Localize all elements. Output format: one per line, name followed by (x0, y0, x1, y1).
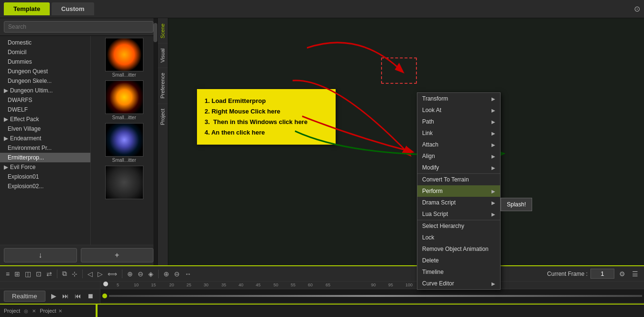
ctx-item-align[interactable]: Align▶ (417, 150, 500, 162)
arrow-right-icon: ▶ (491, 119, 495, 125)
project-tab-main[interactable]: Project ◎ ✕ (4, 308, 36, 314)
arrow-right-icon: ▶ (491, 165, 495, 170)
ruler-mark: 60 (308, 283, 313, 287)
toolbar-btn[interactable]: ◈ (146, 269, 155, 279)
ctx-item-lookat[interactable]: Look At▶ (417, 104, 500, 116)
prev-frame-button[interactable]: ⏮ (73, 291, 83, 301)
playhead[interactable] (103, 282, 108, 286)
ctx-item-path[interactable]: Path▶ (417, 116, 500, 127)
track-marker (102, 294, 107, 298)
side-tab-visual[interactable]: Visual (158, 43, 168, 68)
ctx-item-curve-editor[interactable]: Curve Editor▶ (417, 278, 500, 289)
list-item[interactable]: Domicil (0, 47, 90, 57)
list-item[interactable]: DWARFS (0, 95, 90, 105)
list-item-endearment[interactable]: ▶Endearment (0, 134, 90, 143)
ruler-mark: 45 (256, 283, 261, 287)
side-tab-project[interactable]: Project (158, 103, 168, 130)
toolbar-btn[interactable]: ⊕ (162, 269, 171, 279)
ctx-item-delete[interactable]: Delete (417, 255, 500, 266)
side-tabs: Scene Visual Preference Project (158, 18, 168, 265)
toolbar-btn[interactable]: ⊖ (172, 269, 182, 279)
list-item[interactable]: Dummies (0, 57, 90, 67)
ctx-item-modify[interactable]: Modify▶ (417, 162, 500, 173)
toolbar-btn[interactable]: ≡ (4, 269, 11, 279)
play-button[interactable]: ▶ (49, 291, 58, 301)
toolbar-btn[interactable]: ⧉ (60, 269, 69, 279)
project-sub-close-icon[interactable]: ✕ (58, 308, 62, 314)
scrollbar-thumb[interactable] (153, 36, 157, 42)
list-item[interactable]: Dungeon Skele... (0, 76, 90, 86)
ctx-item-drama[interactable]: Drama Script▶ (417, 197, 500, 208)
toolbar-btn[interactable]: ▷ (96, 269, 105, 279)
tab-custom[interactable]: Custom (52, 2, 94, 15)
ctx-item-timeline[interactable]: Timeline (417, 266, 500, 278)
list-item[interactable]: Elven Village (0, 124, 90, 134)
ctx-item-attach[interactable]: Attach▶ (417, 139, 500, 150)
track-header (0, 282, 100, 289)
list-item[interactable]: Environment Pr... (0, 143, 90, 153)
thumbnail-item[interactable]: Small...itter (93, 80, 155, 120)
ctx-item-select-hierarchy[interactable]: Select Hierarchy (417, 220, 500, 232)
ctx-item-transform[interactable]: Transform▶ (417, 93, 500, 104)
project-collapse-icon[interactable]: ◎ (24, 308, 28, 314)
bottom-buttons: ↓ + (0, 245, 157, 265)
list-item[interactable]: Explosion02... (0, 181, 90, 191)
ruler-mark: 30 (204, 283, 208, 287)
ctx-item-remove-anim[interactable]: Remove Object Animation (417, 243, 500, 255)
toolbar-btn[interactable]: ⊞ (12, 269, 22, 279)
add-button[interactable]: + (81, 248, 154, 262)
remove-button[interactable]: ↓ (4, 248, 77, 262)
toolbar-btn[interactable]: ⚙ (617, 269, 627, 279)
ctx-item-link[interactable]: Link▶ (417, 127, 500, 139)
scrollbar[interactable] (153, 36, 157, 245)
toolbar-btn[interactable]: ☰ (630, 269, 640, 279)
ruler-mark: 90 (371, 283, 376, 287)
list-column: Domestic Domicil Dummies Dungeon Quest D… (0, 36, 91, 245)
sticky-line4: 4. An then click here (205, 127, 328, 138)
list-item-ermitterprop[interactable]: Ermitterprop... (0, 153, 90, 162)
next-frame-button[interactable]: ⏭ (60, 291, 71, 301)
side-tab-preference[interactable]: Preference (158, 68, 168, 103)
ctx-item-perform[interactable]: Perform▶ (417, 185, 500, 197)
list-item[interactable]: Domestic (0, 38, 90, 47)
thumbnail-item[interactable]: Small...itter (93, 123, 155, 163)
toolbar-btn[interactable]: ⇄ (44, 269, 54, 279)
toolbar-btn[interactable]: ⊡ (34, 269, 44, 279)
list-item[interactable]: Dungeon Quest (0, 67, 90, 76)
toolbar-btn[interactable]: ◫ (23, 269, 33, 279)
toolbar-btn[interactable]: ⊹ (70, 269, 79, 279)
list-item[interactable]: DWELF (0, 105, 90, 114)
side-tab-scene[interactable]: Scene (158, 18, 168, 43)
arrow-right-icon: ▶ (491, 154, 495, 159)
search-input[interactable] (4, 21, 153, 33)
collapse-icon[interactable]: ⊙ (634, 4, 640, 13)
toolbar-btn[interactable]: ⊖ (136, 269, 145, 279)
project-sub-tab[interactable]: Project ✕ (40, 308, 62, 314)
main-viewport: 1. Load Ermitterprop 2. Right Mouse Clic… (168, 18, 644, 265)
toolbar-btn[interactable]: ↔ (183, 269, 193, 279)
timeline-ruler: 5 10 15 20 25 30 35 40 45 50 55 60 65 90… (100, 282, 644, 289)
tab-template[interactable]: Template (4, 2, 50, 15)
thumbnail-item[interactable]: Small...itter (93, 38, 155, 78)
ruler-mark: 25 (186, 283, 191, 287)
ctx-item-lua[interactable]: Lua Script▶ (417, 208, 500, 220)
toolbar-btn[interactable]: ⊕ (125, 269, 135, 279)
current-frame-input[interactable]: 1 (590, 269, 614, 279)
arrow-right-icon: ▶ (491, 108, 495, 113)
toolbar-btn[interactable]: ◁ (86, 269, 95, 279)
list-item-effect-pack[interactable]: ▶▶ Effect PackEffect Pack (0, 114, 90, 124)
realtime-button[interactable]: Realtime (4, 291, 45, 302)
ctx-item-convert[interactable]: Convert To Terrain (417, 173, 500, 185)
project-close-icon[interactable]: ✕ (32, 308, 36, 314)
list-item[interactable]: Explosion01 (0, 172, 90, 181)
ruler-mark: 5 (117, 283, 119, 287)
list-item[interactable]: ▶Dungeon Ultim... (0, 86, 90, 95)
perform-submenu[interactable]: Splash! (501, 198, 532, 211)
ctx-item-lock[interactable]: Lock (417, 232, 500, 243)
sticky-line2: 2. Right Mouse Click here (205, 106, 328, 117)
toolbar-btn[interactable]: ⟺ (106, 269, 119, 279)
context-menu: Transform▶ Look At▶ Path▶ Link▶ Attach▶ … (417, 92, 501, 290)
list-item[interactable]: ▶Evil Force (0, 162, 90, 172)
stop-button[interactable]: ⏹ (85, 291, 96, 301)
thumbnail-item[interactable] (93, 166, 155, 200)
